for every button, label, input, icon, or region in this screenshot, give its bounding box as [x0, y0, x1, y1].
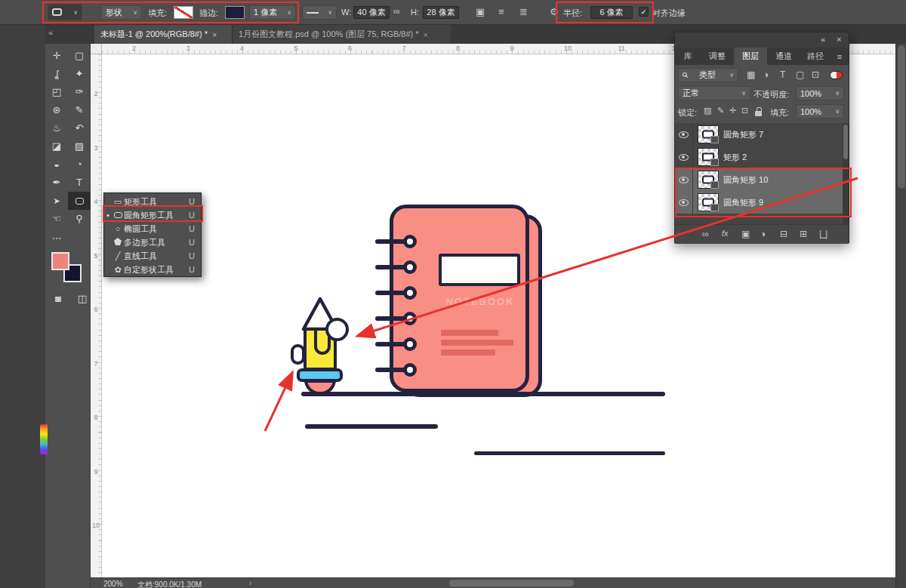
- horizontal-scrollbar-thumb[interactable]: [449, 580, 574, 586]
- document-tab[interactable]: 1月份图文教程.psd @ 100% (图层 75, RGB/8#) * ×: [232, 25, 451, 44]
- dodge-tool[interactable]: ◔: [68, 155, 91, 174]
- visibility-cell[interactable]: [675, 123, 693, 146]
- tab-paths[interactable]: 路径: [800, 48, 830, 65]
- menu-item-ellipse-tool[interactable]: ○ 椭圆工具 U: [104, 222, 201, 236]
- close-icon[interactable]: ×: [837, 35, 841, 44]
- stroke-style-select[interactable]: ∨: [302, 5, 337, 20]
- screen-mode-icon[interactable]: ◫: [71, 290, 94, 308]
- layer-name[interactable]: 矩形 2: [723, 152, 747, 163]
- fill-swatch[interactable]: [174, 6, 193, 19]
- gear-icon[interactable]: ⚙: [550, 6, 559, 17]
- stroke-swatch[interactable]: [225, 6, 245, 19]
- lock-position-icon[interactable]: ✛: [729, 106, 736, 115]
- visibility-cell[interactable]: [675, 191, 693, 214]
- close-icon[interactable]: ×: [212, 30, 217, 39]
- history-brush-tool[interactable]: ↶: [68, 119, 91, 137]
- layer-thumbnail[interactable]: [698, 171, 719, 189]
- visibility-cell[interactable]: [675, 168, 693, 191]
- layer-name[interactable]: 圆角矩形 9: [723, 197, 763, 208]
- layer-thumbnail[interactable]: [698, 125, 719, 143]
- menu-item-rectangle-tool[interactable]: ▭ 矩形工具 U: [104, 195, 201, 208]
- stamp-tool[interactable]: ♨: [45, 119, 68, 137]
- menu-item-rounded-rectangle-tool[interactable]: • 圆角矩形工具 U: [104, 208, 201, 222]
- tab-adjustments[interactable]: 调整: [701, 48, 734, 65]
- layer-row-selected[interactable]: 圆角矩形 9: [675, 191, 843, 214]
- filter-pixel-icon[interactable]: ▦: [747, 69, 755, 80]
- link-dimensions-icon[interactable]: ∞: [393, 6, 400, 17]
- quick-mask-icon[interactable]: ◙: [47, 290, 69, 308]
- adjustment-layer-icon[interactable]: ◑: [760, 229, 766, 239]
- pen-tool[interactable]: ✒: [45, 174, 68, 192]
- radius-field[interactable]: 6 像素: [590, 6, 633, 19]
- add-mask-icon[interactable]: ▣: [741, 229, 750, 239]
- layer-name[interactable]: 圆角矩形 7: [723, 129, 763, 140]
- status-menu-icon[interactable]: ›: [249, 579, 251, 587]
- path-alignment-icon[interactable]: ≡: [498, 6, 504, 17]
- blur-tool[interactable]: ◒: [45, 155, 68, 174]
- foreground-color-swatch[interactable]: [51, 252, 69, 270]
- layer-effects-icon[interactable]: fx: [722, 229, 729, 238]
- path-arrangement-icon[interactable]: ≣: [519, 6, 528, 17]
- menu-item-polygon-tool[interactable]: 多边形工具 U: [104, 236, 201, 249]
- fill-field[interactable]: 100% ∨: [796, 104, 844, 119]
- layer-list-scrollbar[interactable]: [843, 123, 849, 224]
- zoom-level[interactable]: 200%: [103, 580, 123, 588]
- opacity-field[interactable]: 100% ∨: [796, 86, 844, 100]
- eye-icon[interactable]: [679, 199, 689, 206]
- stroke-width-field[interactable]: 1 像素 ∨: [249, 5, 296, 20]
- layer-name[interactable]: 圆角矩形 10: [723, 174, 768, 186]
- collapse-panel-icon[interactable]: «: [821, 35, 825, 44]
- eye-icon[interactable]: [679, 154, 689, 161]
- width-field[interactable]: 40 像素: [353, 6, 390, 19]
- new-group-icon[interactable]: ⊟: [780, 229, 787, 239]
- quick-select-tool[interactable]: ✦: [68, 65, 91, 83]
- delete-layer-icon[interactable]: 凵: [819, 229, 828, 242]
- lock-transparent-icon[interactable]: ▨: [704, 106, 711, 115]
- link-layers-icon[interactable]: ∞: [702, 229, 709, 239]
- vertical-scrollbar-thumb[interactable]: [898, 45, 905, 189]
- collapse-docs-icon[interactable]: «: [48, 28, 53, 37]
- path-select-tool[interactable]: ➤: [45, 192, 68, 210]
- menu-item-custom-shape-tool[interactable]: ✿ 自定形状工具 U: [104, 263, 201, 276]
- gradient-tool[interactable]: ▨: [68, 137, 91, 155]
- visibility-cell[interactable]: [675, 146, 693, 168]
- layer-list-scrollbar-thumb[interactable]: [843, 125, 848, 159]
- shape-tool-active[interactable]: [68, 192, 91, 210]
- lock-all-icon[interactable]: [755, 111, 762, 116]
- height-field[interactable]: 28 像素: [423, 6, 459, 19]
- tab-libraries[interactable]: 库: [675, 48, 701, 65]
- marquee-tool[interactable]: ▢: [68, 47, 91, 65]
- filter-smart-icon[interactable]: ⊡: [812, 69, 819, 80]
- crop-tool[interactable]: ◰: [45, 83, 68, 101]
- layer-row[interactable]: 矩形 2: [675, 146, 843, 168]
- filter-toggle[interactable]: [830, 71, 843, 79]
- layer-row[interactable]: 圆角矩形 7: [675, 123, 843, 146]
- zoom-tool[interactable]: ⚲: [68, 210, 91, 228]
- document-tab-active[interactable]: 未标题-1 @ 200%(RGB/8#) * ×: [94, 25, 232, 44]
- type-tool[interactable]: T: [68, 174, 91, 192]
- filter-shape-icon[interactable]: ▢: [796, 69, 804, 80]
- lock-artboard-icon[interactable]: ⊡: [741, 106, 748, 115]
- lasso-tool[interactable]: ʆ: [45, 65, 68, 83]
- hand-tool[interactable]: ☜: [45, 210, 68, 228]
- collapsed-swatches-panel[interactable]: [40, 424, 48, 454]
- blend-mode-select[interactable]: 正常 ∨: [678, 86, 750, 100]
- align-edges-checkbox[interactable]: ✓: [639, 7, 649, 17]
- menu-item-line-tool[interactable]: ╱ 直线工具 U: [104, 249, 201, 263]
- eraser-tool[interactable]: ◪: [45, 137, 68, 155]
- tab-layers[interactable]: 图层: [734, 48, 767, 65]
- brush-tool[interactable]: ✎: [68, 101, 91, 119]
- panel-menu-icon[interactable]: ≡: [830, 48, 849, 65]
- eyedropper-tool[interactable]: ✑: [68, 83, 91, 101]
- layer-row-selected[interactable]: 圆角矩形 10: [675, 168, 843, 191]
- vertical-scrollbar[interactable]: [895, 44, 906, 588]
- tool-preset-dropdown[interactable]: ∨: [48, 4, 82, 20]
- layer-filter-select[interactable]: ⚲ 类型 ∨: [678, 68, 738, 82]
- eye-icon[interactable]: [679, 131, 689, 138]
- layer-thumbnail[interactable]: [698, 148, 719, 166]
- tool-mode-select[interactable]: 形状 ∨: [101, 5, 142, 20]
- layer-thumbnail[interactable]: [698, 193, 719, 211]
- path-operations-icon[interactable]: ▣: [476, 6, 485, 17]
- more-tools-icon[interactable]: ⋯: [45, 229, 68, 248]
- eye-icon[interactable]: [679, 177, 689, 183]
